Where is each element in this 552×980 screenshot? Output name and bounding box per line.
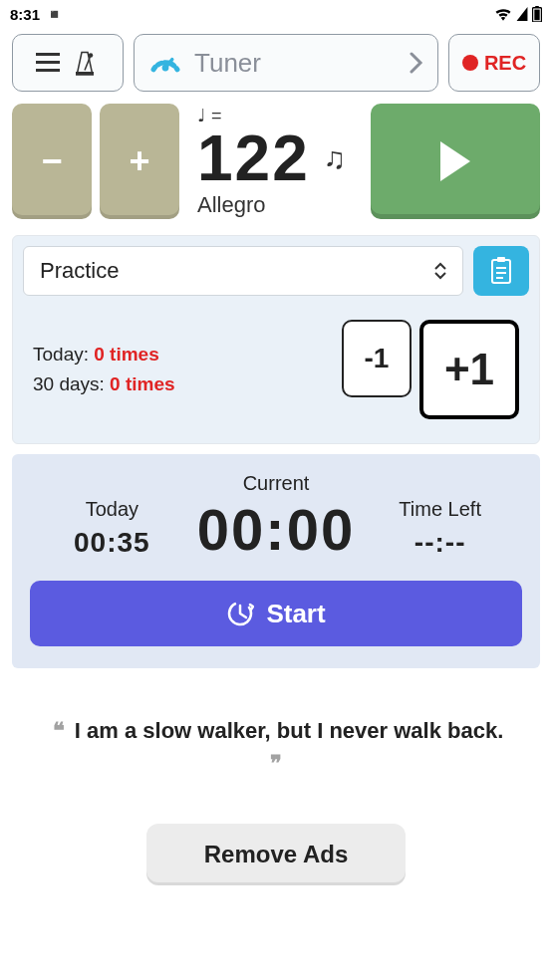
days-value: 0 times [110,373,174,394]
status-app-icon: ◾ [46,6,63,22]
timer-today-label: Today [86,498,138,521]
decrement-label: -1 [365,343,390,374]
status-bar: 8:31 ◾ [0,0,552,28]
svg-rect-12 [497,257,505,262]
chevron-right-icon [410,52,423,74]
timer-left-label: Time Left [399,498,481,521]
record-label: REC [484,52,526,75]
practice-log-button[interactable] [473,246,529,296]
remove-ads-button[interactable]: Remove Ads [146,824,406,885]
select-caret-icon [434,262,446,280]
status-time: 8:31 [10,6,40,23]
svg-rect-5 [36,69,60,72]
practice-card: Practice Today: 0 times 30 days: 0 times… [12,235,540,444]
gauge-icon [148,46,182,80]
plus-icon: + [129,140,149,182]
record-button[interactable]: REC [448,34,540,92]
hamburger-icon [36,53,60,73]
tempo-display: ♩ = 122 ♫ Allegro [187,104,363,219]
timer-current-label: Current [243,472,310,495]
tempo-name-label: Allegro [197,192,363,218]
wifi-icon [494,7,512,21]
practice-stats: Today: 0 times 30 days: 0 times [33,340,175,400]
today-value: 0 times [94,344,158,365]
practice-select-label: Practice [40,258,119,284]
timer-today: Today 00:35 [30,498,194,559]
tempo-minus-button[interactable]: − [12,104,92,219]
tuner-label: Tuner [194,48,261,79]
svg-rect-3 [36,53,60,56]
remove-ads-label: Remove Ads [204,841,349,867]
minus-icon: − [41,140,62,182]
svg-point-7 [89,53,94,58]
play-button[interactable] [371,104,540,219]
tempo-plus-button[interactable]: + [100,104,179,219]
signal-icon [516,7,528,21]
clipboard-icon [489,257,513,285]
tuner-tab[interactable]: Tuner [134,34,438,92]
svg-rect-8 [76,72,94,76]
play-icon [440,141,470,181]
timer-current: Current 00:00 [194,472,359,559]
timer-current-value: 00:00 [197,501,355,559]
practice-select[interactable]: Practice [23,246,463,296]
timer-left-value: --:-- [414,527,466,559]
quote-text: I am a slow walker, but I never walk bac… [75,718,503,743]
increment-button[interactable]: +1 [419,320,519,419]
timer-start-icon [226,600,254,627]
record-dot-icon [462,55,478,71]
svg-rect-2 [534,10,539,21]
today-label: Today: [33,344,89,365]
bpm-value[interactable]: 122 [197,126,310,190]
quote-close-icon: ❞ [266,751,286,776]
days-label: 30 days: [33,373,105,394]
start-label: Start [266,599,325,629]
svg-rect-11 [492,260,510,283]
battery-icon [532,6,542,22]
quote-block: ❝ I am a slow walker, but I never walk b… [40,714,512,780]
increment-label: +1 [444,345,494,394]
timer-today-value: 00:35 [74,527,150,559]
top-bar: Tuner REC [0,28,552,98]
timer-card: Today 00:35 Current 00:00 Time Left --:-… [12,454,540,668]
metronome-icon [70,48,100,78]
timer-left: Time Left --:-- [358,498,522,559]
beamed-notes-icon[interactable]: ♫ [324,141,347,175]
svg-rect-4 [36,61,60,64]
decrement-button[interactable]: -1 [342,320,412,397]
quote-open-icon: ❝ [49,718,69,743]
tempo-controls: − + ♩ = 122 ♫ Allegro [0,98,552,225]
start-timer-button[interactable]: Start [30,581,522,646]
menu-button[interactable] [12,34,124,92]
